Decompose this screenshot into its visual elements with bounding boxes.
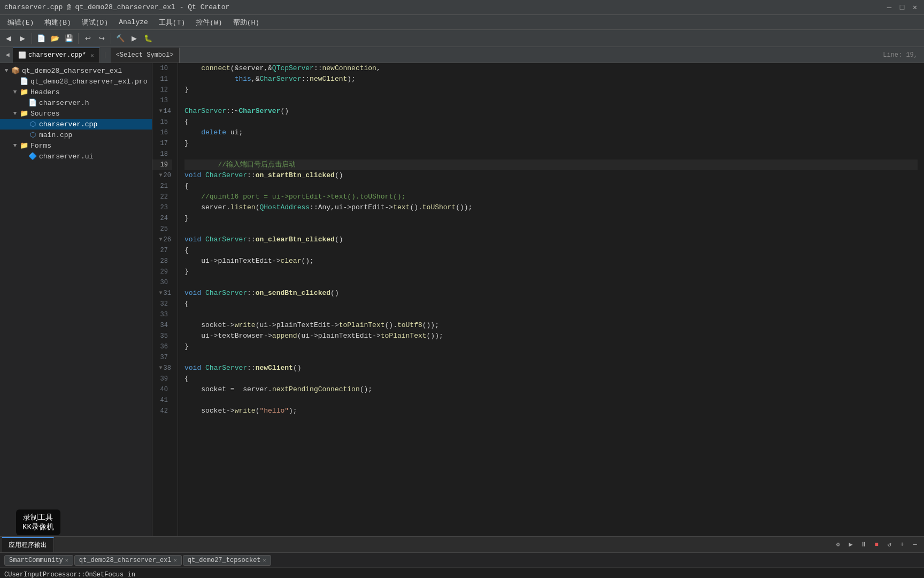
main-icon: ⬡: [28, 131, 37, 139]
code-line-38: void CharServer::newClient(): [184, 363, 918, 374]
tab-close[interactable]: ✕: [90, 52, 94, 59]
menu-tools[interactable]: 工具(T): [155, 17, 189, 28]
toolbar-open[interactable]: 📂: [49, 32, 61, 45]
toolbar-redo[interactable]: ↪: [95, 32, 108, 45]
tab-charserver-cpp[interactable]: ⬜ charserver.cpp* ✕: [13, 48, 100, 63]
main-layout: ▼ 📦 qt_demo28_charserver_exl 📄 qt_demo28…: [0, 63, 924, 536]
output-remove-btn[interactable]: —: [910, 540, 920, 550]
toolbar-new[interactable]: 📄: [35, 32, 48, 45]
output-add-btn[interactable]: +: [897, 540, 907, 550]
titlebar-title: charserver.cpp @ qt_demo28_charserver_ex…: [4, 3, 229, 11]
sidebar-item-main-cpp[interactable]: ⬡ main.cpp: [0, 130, 152, 140]
code-area: 10 11 12 13 ▼ 14 15 16 17 18 19 ▼ 20 21 …: [152, 63, 924, 536]
output-sub-tab-smart[interactable]: SmartCommunity ✕: [4, 555, 73, 566]
toolbar-forward[interactable]: ▶: [16, 32, 29, 45]
toolbar-run[interactable]: ▶: [128, 32, 141, 45]
code-content: connect(&server,&QTcpServer::newConnecti…: [178, 63, 924, 536]
code-line-15: {: [184, 117, 918, 127]
code-line-32: {: [184, 299, 918, 309]
main-label: main.cpp: [39, 131, 150, 139]
code-line-18: [184, 149, 918, 159]
line-num-40: 40: [152, 384, 172, 395]
menu-analyze[interactable]: Analyze: [114, 17, 152, 27]
output-toolbar-btn1[interactable]: ⚙: [833, 540, 843, 550]
smart-tab-close[interactable]: ✕: [65, 557, 68, 564]
sources-icon: 📁: [19, 109, 29, 118]
sidebar-item-pro[interactable]: 📄 qt_demo28_charserver_exl.pro: [0, 76, 152, 87]
tabbar: ◀ ⬜ charserver.cpp* ✕ | <Select Symbol> …: [0, 47, 924, 63]
line-num-17: 17: [152, 138, 172, 149]
output-restart-btn[interactable]: ↺: [884, 540, 894, 550]
close-button[interactable]: ✕: [910, 3, 920, 12]
maximize-button[interactable]: □: [897, 3, 907, 12]
code-line-41: [184, 395, 918, 406]
line-num-26: ▼ 26: [152, 234, 172, 245]
code-line-28: ui->plainTextEdit->clear();: [184, 256, 918, 267]
output-pause-btn[interactable]: ⏸: [859, 540, 868, 550]
line-num-22: 22: [152, 192, 172, 202]
output-tabs: 应用程序输出 ⚙ ▶ ⏸ ■ ↺ + —: [0, 537, 924, 553]
tcpsocket-tab-close[interactable]: ✕: [263, 557, 266, 564]
sidebar-item-sources[interactable]: ▼ 📁 Sources: [0, 108, 152, 119]
line-num-10: 10: [152, 63, 172, 74]
code-line-29: }: [184, 267, 918, 277]
sidebar-item-charserver-cpp[interactable]: ⬡ charserver.cpp: [0, 119, 152, 130]
code-line-24: }: [184, 213, 918, 224]
headers-icon: 📁: [19, 88, 29, 96]
charserver-tab-label: qt_demo28_charserver_exl: [79, 557, 172, 564]
charserver-tab-close[interactable]: ✕: [174, 557, 177, 564]
line-num-36: 36: [152, 341, 172, 352]
tab-nav-sep: |: [100, 48, 111, 63]
toolbar-save[interactable]: 💾: [63, 32, 75, 45]
menu-help[interactable]: 帮助(H): [229, 17, 264, 28]
cpp-label: charserver.cpp: [39, 120, 150, 128]
code-line-16: delete ui;: [184, 127, 918, 138]
sidebar-item-charserver-h[interactable]: 📄 charserver.h: [0, 97, 152, 108]
pro-icon: 📄: [19, 77, 29, 86]
code-line-23: server.listen(QHostAddress::Any,ui->port…: [184, 202, 918, 213]
output-stop-btn[interactable]: ■: [872, 540, 881, 550]
line-num-41: 41: [152, 395, 172, 406]
line-num-18: 18: [152, 149, 172, 159]
toolbar-undo[interactable]: ↩: [81, 32, 94, 45]
toolbar-back[interactable]: ◀: [2, 32, 15, 45]
sidebar-item-forms[interactable]: ▼ 📁 Forms: [0, 140, 152, 151]
toolbar-debug-run[interactable]: 🐛: [142, 32, 155, 45]
sidebar-item-charserver-ui[interactable]: 🔷 charserver.ui: [0, 151, 152, 162]
code-line-26: void CharServer::on_clearBtn_clicked(): [184, 234, 918, 245]
output-content: CUserInputProcessor::OnSetFocus in CUser…: [0, 568, 924, 578]
titlebar: charserver.cpp @ qt_demo28_charserver_ex…: [0, 0, 924, 15]
output-tab-app[interactable]: 应用程序输出: [2, 537, 54, 552]
code-line-36: }: [184, 341, 918, 352]
code-editor[interactable]: 10 11 12 13 ▼ 14 15 16 17 18 19 ▼ 20 21 …: [152, 63, 924, 536]
code-line-33: [184, 309, 918, 320]
code-line-14: CharServer::~CharServer(): [184, 106, 918, 117]
menu-debug[interactable]: 调试(D): [78, 17, 112, 28]
line-num-27: 27: [152, 245, 172, 256]
line-num-15: 15: [152, 117, 172, 127]
sidebar-item-project[interactable]: ▼ 📦 qt_demo28_charserver_exl: [0, 65, 152, 76]
line-num-11: 11: [152, 74, 172, 85]
line-num-20: ▼ 20: [152, 170, 172, 181]
tab-select-symbol[interactable]: <Select Symbol>: [111, 48, 180, 63]
tab-nav-left[interactable]: ◀: [2, 48, 13, 63]
output-sub-tab-charserver[interactable]: qt_demo28_charserver_exl ✕: [74, 555, 182, 566]
menu-edit[interactable]: 编辑(E): [3, 17, 38, 28]
code-line-17: }: [184, 138, 918, 149]
toolbar-sep3: [111, 33, 111, 44]
line-num-38: ▼ 38: [152, 363, 172, 374]
code-line-10: connect(&server,&QTcpServer::newConnecti…: [184, 63, 918, 74]
line-num-14: ▼ 14: [152, 106, 172, 117]
tab-select-label: <Select Symbol>: [116, 51, 174, 59]
toolbar-build[interactable]: 🔨: [114, 32, 127, 45]
tcpsocket-tab-label: qt_demo27_tcpsocket: [188, 557, 261, 564]
sidebar-item-headers[interactable]: ▼ 📁 Headers: [0, 87, 152, 97]
output-sub-tab-tcpsocket[interactable]: qt_demo27_tcpsocket ✕: [183, 555, 271, 566]
code-line-42: socket->write("hello");: [184, 406, 918, 416]
minimize-button[interactable]: —: [884, 3, 894, 12]
line-num-23: 23: [152, 202, 172, 213]
output-run-btn[interactable]: ▶: [846, 540, 856, 550]
menu-build[interactable]: 构建(B): [40, 17, 75, 28]
menu-controls[interactable]: 控件(W): [191, 17, 226, 28]
line-num-25: 25: [152, 224, 172, 234]
